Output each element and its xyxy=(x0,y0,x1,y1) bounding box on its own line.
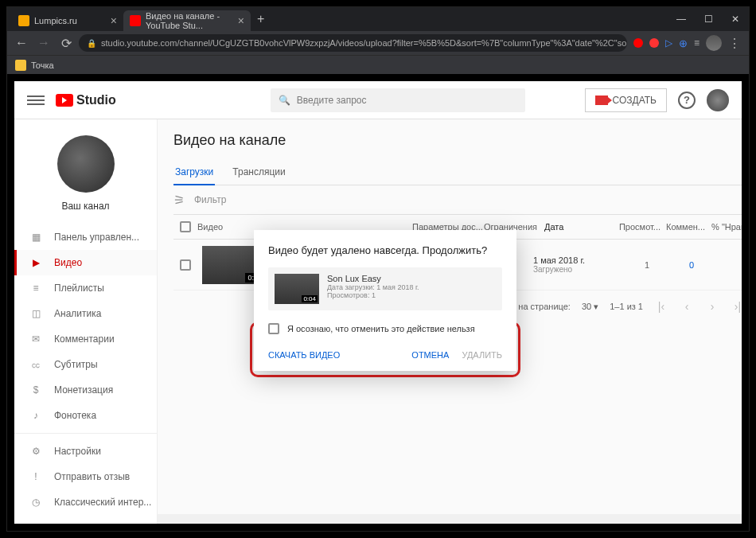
browser-tabbar: Lumpics.ru × Видео на канале - YouTube S… xyxy=(7,7,749,31)
sidebar-item-dashboard[interactable]: ▦Панель управлен... xyxy=(14,224,157,250)
favicon-icon xyxy=(130,15,141,26)
url-input[interactable]: 🔒 studio.youtube.com/channel/UCgUZGTB0vo… xyxy=(79,34,627,52)
consent-label: Я осознаю, что отменить это действие нел… xyxy=(287,324,475,333)
channel-name: Ваш канал xyxy=(61,201,109,212)
column-likes[interactable]: % "Нрав... xyxy=(705,222,742,232)
video-icon: ▶ xyxy=(29,255,43,270)
extension-icon[interactable]: ⊕ xyxy=(679,37,688,49)
column-views[interactable]: Просмот... xyxy=(616,222,661,232)
sidebar-label: Настройки xyxy=(54,446,101,457)
modal-video-title: Son Lux Easy xyxy=(327,274,419,283)
rows-per-page-select[interactable]: 30 ▾ xyxy=(582,302,598,312)
profile-avatar-icon[interactable] xyxy=(706,35,722,51)
create-button[interactable]: СОЗДАТЬ xyxy=(585,88,667,112)
modal-video-card: Son Lux Easy Дата загрузки: 1 мая 2018 г… xyxy=(268,267,502,310)
search-input[interactable]: 🔍 Введите запрос xyxy=(271,88,525,112)
subtitles-icon: ㏄ xyxy=(29,357,43,372)
sidebar-item-feedback[interactable]: !Отправить отзыв xyxy=(14,464,157,489)
row-checkbox[interactable] xyxy=(180,259,191,271)
tab-live[interactable]: Трансляции xyxy=(231,160,286,185)
reload-icon[interactable]: ⟳ xyxy=(57,33,76,53)
bookmarks-bar: Точка xyxy=(7,55,749,74)
search-icon: 🔍 xyxy=(279,95,290,106)
consent-row[interactable]: Я осознаю, что отменить это действие нел… xyxy=(268,322,502,336)
studio-logo[interactable]: Studio xyxy=(56,93,116,107)
divider xyxy=(14,433,157,434)
search-placeholder: Введите запрос xyxy=(297,95,367,106)
sidebar-item-classic[interactable]: ◷Классический интер... xyxy=(14,489,157,515)
page-title: Видео на канале xyxy=(173,132,742,149)
close-icon[interactable]: × xyxy=(111,14,117,27)
new-tab-button[interactable]: + xyxy=(251,12,271,26)
sidebar-item-audio[interactable]: ♪Фонотека xyxy=(14,403,157,428)
sidebar-label: Субтитры xyxy=(54,359,98,370)
channel-avatar[interactable] xyxy=(57,135,115,193)
extension-icons: ▷ ⊕ ≡ ⋮ xyxy=(630,35,744,51)
sidebar-label: Фонотека xyxy=(54,410,96,421)
browser-tab[interactable]: Lumpics.ru × xyxy=(12,10,123,31)
modal-upload-date: Дата загрузки: 1 мая 2018 г. xyxy=(327,283,419,291)
sidebar-item-settings[interactable]: ⚙Настройки xyxy=(14,439,157,464)
sidebar-label: Плейлисты xyxy=(54,283,104,294)
logo-text: Studio xyxy=(76,93,116,107)
close-window-icon[interactable]: ✕ xyxy=(722,7,749,31)
filter-label: Фильтр xyxy=(194,194,226,205)
next-page-icon[interactable]: › xyxy=(705,300,719,313)
browser-tab[interactable]: Видео на канале - YouTube Stu... × xyxy=(123,10,251,31)
sidebar: Ваш канал ▦Панель управлен... ▶Видео ≡Пл… xyxy=(14,119,158,524)
content-tabs: Загрузки Трансляции xyxy=(173,160,742,185)
sidebar-item-comments[interactable]: ✉Комментарии xyxy=(14,326,157,352)
favicon-icon xyxy=(18,15,29,26)
extension-icon[interactable] xyxy=(633,38,643,48)
extension-icon[interactable]: ≡ xyxy=(694,37,699,49)
menu-icon[interactable] xyxy=(27,96,45,105)
delete-confirmation-modal: Видео будет удалено навсегда. Продолжить… xyxy=(254,230,516,371)
avatar[interactable] xyxy=(707,89,729,111)
sidebar-item-analytics[interactable]: ◫Аналитика xyxy=(14,301,157,326)
first-page-icon[interactable]: |‹ xyxy=(654,300,668,313)
lock-icon: 🔒 xyxy=(87,39,96,48)
menu-icon[interactable]: ⋮ xyxy=(728,36,741,51)
cancel-button[interactable]: ОТМЕНА xyxy=(411,350,449,360)
sidebar-item-videos[interactable]: ▶Видео xyxy=(14,250,157,275)
playlist-icon: ≡ xyxy=(29,281,43,295)
minimize-icon[interactable]: — xyxy=(668,7,695,31)
row-views: 1 xyxy=(605,260,649,270)
maximize-icon[interactable]: ☐ xyxy=(695,7,722,31)
url-text: studio.youtube.com/channel/UCgUZGTB0vohc… xyxy=(101,38,627,48)
sidebar-label: Аналитика xyxy=(54,308,101,319)
download-video-button[interactable]: СКАЧАТЬ ВИДЕО xyxy=(268,350,340,360)
select-all-checkbox[interactable] xyxy=(180,221,191,232)
consent-checkbox[interactable] xyxy=(268,323,279,334)
comments-icon: ✉ xyxy=(29,332,43,346)
sidebar-item-subtitles[interactable]: ㏄Субтитры xyxy=(14,352,157,377)
sidebar-label: Классический интер... xyxy=(54,497,151,508)
extension-icon[interactable]: ▷ xyxy=(665,37,672,49)
bookmark-item[interactable]: Точка xyxy=(31,60,54,70)
sidebar-item-playlists[interactable]: ≡Плейлисты xyxy=(14,275,157,301)
modal-title: Видео будет удалено навсегда. Продолжить… xyxy=(268,244,502,256)
help-icon[interactable]: ? xyxy=(678,92,696,109)
prev-page-icon[interactable]: ‹ xyxy=(680,300,694,313)
row-comments[interactable]: 0 xyxy=(649,260,694,270)
column-date[interactable]: Дата xyxy=(544,222,616,232)
filter-bar[interactable]: ⚞ Фильтр xyxy=(173,185,742,214)
tab-uploads[interactable]: Загрузки xyxy=(173,160,215,185)
page-range: 1–1 из 1 xyxy=(610,302,643,311)
forward-icon[interactable]: → xyxy=(34,33,53,53)
row-date: 1 мая 2018 г. xyxy=(533,255,605,265)
tab-title: Lumpics.ru xyxy=(34,16,77,25)
bookmark-favicon-icon xyxy=(15,60,26,71)
classic-icon: ◷ xyxy=(29,495,43,509)
modal-views: Просмотров: 1 xyxy=(327,291,419,299)
last-page-icon[interactable]: ›| xyxy=(731,300,742,313)
close-icon[interactable]: × xyxy=(238,14,244,27)
back-icon[interactable]: ← xyxy=(12,33,31,53)
app-header: Studio 🔍 Введите запрос СОЗДАТЬ ? xyxy=(14,81,742,119)
extension-icon[interactable] xyxy=(649,38,659,48)
delete-button[interactable]: УДАЛИТЬ xyxy=(462,350,502,360)
sidebar-label: Монетизация xyxy=(54,384,113,396)
column-comments[interactable]: Коммен... xyxy=(661,222,705,232)
sidebar-item-monetization[interactable]: $Монетизация xyxy=(14,377,157,403)
browser-addressbar: ← → ⟳ 🔒 studio.youtube.com/channel/UCgUZ… xyxy=(7,31,749,55)
